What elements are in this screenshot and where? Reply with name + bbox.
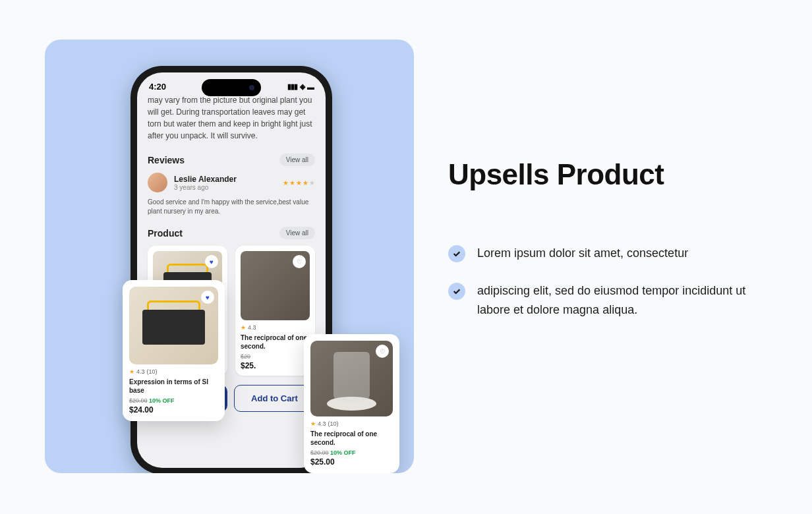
upsell-header: Product View all	[148, 227, 315, 239]
floating-product-card[interactable]: ♡ ★ 4.3 (10) The reciprocal of one secon…	[304, 334, 399, 473]
star-icon: ★	[289, 179, 295, 186]
right-content: Upsells Product Lorem ipsum dolor sit am…	[448, 158, 765, 337]
favorite-button[interactable]: ♡	[293, 255, 306, 268]
favorite-button[interactable]: ♥	[205, 255, 218, 268]
bullet-text: Lorem ipsum dolor sit amet, consectetur	[477, 244, 688, 263]
rating-count: (10)	[147, 368, 158, 375]
card-price-row: $20.00 10% OFF	[129, 397, 218, 404]
check-badge	[448, 245, 465, 262]
camera-dot	[249, 85, 254, 90]
status-time: 4:20	[149, 82, 166, 92]
signal-icon: ▮▮▮	[287, 82, 297, 91]
card-rating: ★ 4.3 (10)	[310, 420, 393, 427]
price: $25.00	[310, 457, 393, 467]
bullet-item: Lorem ipsum dolor sit amet, consectetur	[448, 244, 765, 263]
card-title: The reciprocal of one second.	[241, 333, 310, 351]
product-illustration	[334, 352, 370, 401]
review-item: Leslie Alexander 3 years ago ★ ★ ★ ★ ★	[148, 173, 315, 192]
card-rating: ★ 4.3	[241, 324, 310, 331]
heart-icon: ♡	[380, 348, 386, 355]
reviews-header: Reviews View all	[148, 154, 315, 166]
star-icon: ★	[296, 179, 302, 186]
price: $24.00	[129, 405, 218, 414]
canvas: 4:20 ▮▮▮ ◈ ▬ may vary from the picture b…	[0, 0, 812, 514]
product-image: ♡	[241, 251, 310, 320]
old-price: $20	[241, 353, 250, 360]
reviewer-time: 3 years ago	[174, 184, 237, 191]
rating-count: (10)	[328, 420, 339, 427]
bullet-text: adipiscing elit, sed do eiusmod tempor i…	[477, 281, 765, 320]
card-price-row: $20.00 10% OFF	[310, 449, 393, 456]
page-heading: Upsells Product	[448, 158, 765, 191]
phone-notch	[202, 79, 261, 96]
product-illustration	[142, 310, 205, 345]
avatar	[148, 173, 167, 192]
star-icon: ★	[283, 179, 289, 186]
star-icon: ★	[310, 420, 316, 427]
floating-product-card[interactable]: ♥ ★ 4.3 (10) Expression in terms of SI b…	[123, 280, 225, 421]
reviews-view-all[interactable]: View all	[279, 154, 315, 166]
old-price: $20.00	[310, 449, 329, 456]
product-description: may vary from the picture but original p…	[148, 94, 315, 142]
review-text: Good service and I'm happy with the serv…	[148, 198, 315, 216]
check-badge	[448, 283, 465, 300]
card-rating: ★ 4.3 (10)	[129, 368, 218, 375]
battery-icon: ▬	[307, 83, 314, 91]
discount: 10% OFF	[330, 449, 356, 456]
rating-value: 4.3	[318, 420, 326, 427]
price: $25.	[241, 361, 310, 370]
upsell-view-all[interactable]: View all	[279, 227, 315, 239]
heart-icon: ♥	[210, 258, 214, 266]
showcase-panel: 4:20 ▮▮▮ ◈ ▬ may vary from the picture b…	[45, 40, 414, 473]
star-icon: ★	[129, 368, 134, 375]
reviewer-name: Leslie Alexander	[174, 175, 237, 184]
heart-icon: ♥	[206, 294, 210, 301]
star-icon: ★	[309, 179, 315, 186]
bullet-item: adipiscing elit, sed do eiusmod tempor i…	[448, 281, 765, 320]
product-image: ♡	[310, 341, 393, 416]
favorite-button[interactable]: ♥	[201, 291, 214, 304]
discount: 10% OFF	[149, 397, 175, 404]
star-icon: ★	[241, 324, 246, 331]
product-image: ♥	[129, 287, 218, 364]
review-stars: ★ ★ ★ ★ ★	[283, 179, 315, 186]
check-icon	[452, 249, 461, 258]
reviews-title: Reviews	[148, 155, 185, 165]
card-price-row: $20	[241, 353, 310, 360]
add-to-cart-button[interactable]: Add to Cart	[234, 385, 315, 412]
rating-value: 4.3	[136, 368, 145, 375]
check-icon	[452, 287, 461, 296]
rating-value: 4.3	[248, 324, 256, 331]
favorite-button[interactable]: ♡	[376, 345, 389, 358]
card-title: Expression in terms of SI base	[129, 378, 218, 395]
old-price: $20.00	[129, 397, 148, 404]
wifi-icon: ◈	[300, 82, 304, 91]
upsell-title: Product	[148, 228, 183, 239]
upsell-card[interactable]: ♡ ★ 4.3 The reciprocal of one second. $2…	[235, 246, 315, 376]
card-title: The reciprocal of one second.	[310, 430, 393, 447]
status-indicators: ▮▮▮ ◈ ▬	[287, 82, 314, 91]
heart-icon: ♡	[297, 258, 303, 266]
star-icon: ★	[303, 179, 308, 186]
